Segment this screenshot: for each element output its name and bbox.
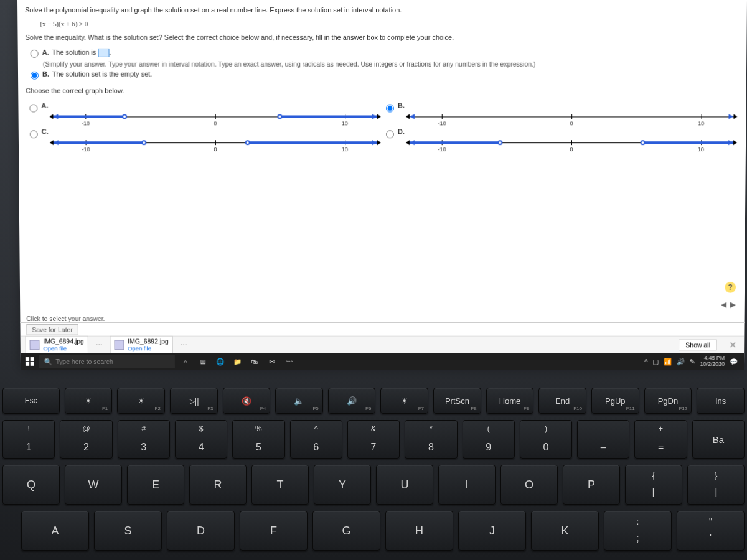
key-backspace: Ba [692,420,745,459]
file-thumb-icon [30,340,40,350]
choice-b-label: B. [42,70,49,78]
key-h: H [385,511,453,551]
choice-b-radio[interactable] [31,72,39,80]
download-filename: IMG_6894.jpg [43,338,84,345]
download-menu-icon[interactable]: ⋯ [93,341,105,348]
key-y: Y [314,465,371,505]
search-icon: 🔍 [44,358,52,366]
graph-a-radio[interactable] [29,105,37,113]
downloads-bar: IMG_6894.jpg Open file ⋯ IMG_6892.jpg Op… [21,336,745,353]
number-line-d: -10 0 10 [410,136,733,149]
key-f9: HomeF9 [486,388,534,414]
clock[interactable]: 4:45 PM 10/2/2020 [700,355,725,367]
graph-c-radio[interactable] [30,130,38,138]
physical-keyboard: Esc ☀F1☀F2▷||F3🔇F4🔈F5🔊F6☀F7PrtScnF8HomeF… [0,383,747,560]
key-f6: 🔊F6 [328,388,376,414]
graph-b-radio[interactable] [386,105,394,113]
number-line-c: -10 0 10 [54,136,377,149]
download-item-2[interactable]: IMG_6892.jpg Open file [110,336,172,354]
volume-icon[interactable]: 🔊 [677,358,685,366]
key-i: I [438,465,496,505]
key-2: @2 [60,420,112,459]
key-3: #3 [118,420,170,459]
battery-icon[interactable]: ▢ [652,358,659,365]
graph-a-label: A. [41,102,48,110]
key-a: A [21,511,89,551]
svg-rect-0 [26,357,29,361]
start-button[interactable] [21,357,39,366]
key-f5: 🔈F5 [275,388,323,414]
key-f3: ▷||F3 [170,388,218,414]
explorer-icon[interactable]: 📁 [229,353,245,370]
instruction-text: Solve the inequality. What is the soluti… [25,34,739,41]
choice-a-radio[interactable] [31,50,39,58]
wifi-icon[interactable]: 📶 [664,358,672,366]
key-esc: Esc [2,388,60,414]
svg-rect-3 [31,362,34,366]
download-item-1[interactable]: IMG_6894.jpg Open file [26,336,88,354]
tray-chevron-icon[interactable]: ^ [644,358,647,365]
task-view-icon[interactable]: ⊞ [195,353,211,370]
key-q: Q [2,465,60,505]
graph-b-label: B. [398,102,405,110]
key-u: U [376,465,433,505]
key-=: += [634,420,687,459]
help-icon[interactable]: ? [725,282,736,293]
key-6: ^6 [290,420,342,459]
key-bracket: {[ [625,465,682,505]
key-9: (9 [463,420,515,459]
key-p: P [563,465,620,505]
download-filename: IMG_6892.jpg [128,338,169,345]
key-e: E [127,465,184,505]
pen-icon[interactable]: ✎ [690,358,695,365]
key-o: O [500,465,558,505]
question-text: Solve the polynomial inequality and grap… [25,6,740,14]
save-for-later-button[interactable]: Save for Later [26,324,78,335]
key-1: !1 [2,420,55,459]
key-d: D [167,511,235,551]
key-4: $4 [175,420,227,459]
number-line-a: -10 0 10 [53,111,377,123]
choice-a-hint: (Simplify your answer. Type your answer … [43,60,739,68]
nav-arrows[interactable]: ◀▶ [721,301,736,309]
app-icon[interactable]: 〰 [281,353,297,370]
open-file-link[interactable]: Open file [128,345,168,352]
key-w: W [65,465,122,505]
graph-c-label: C. [42,128,49,135]
key-k: K [531,511,599,551]
key-5: %5 [232,420,284,459]
key-f4: 🔇F4 [223,388,271,414]
key-punct: :; [604,511,672,551]
download-menu-icon[interactable]: ⋯ [178,341,190,348]
key-0: )0 [520,420,572,459]
notifications-icon[interactable]: 💬 [730,358,738,366]
key-f1: ☀F1 [65,388,113,414]
answer-input-box[interactable] [98,49,109,57]
graph-d-label: D. [398,128,405,135]
key-f7: ☀F7 [380,388,428,414]
taskbar-search[interactable]: 🔍 Type here to search [39,355,175,368]
svg-rect-2 [26,362,29,366]
key-8: *8 [405,420,457,459]
file-thumb-icon [114,340,124,350]
choice-a-text: The solution is [52,49,96,56]
cortana-icon[interactable]: ○ [177,353,194,370]
choice-b-text: The solution set is the empty set. [52,70,153,78]
graph-prompt: Choose the correct graph below. [26,87,739,95]
choice-a-label: A. [42,49,49,56]
key-: Ins [697,388,745,414]
close-downloads-bar-icon[interactable]: ✕ [726,340,739,350]
key-7: &7 [347,420,400,459]
open-file-link[interactable]: Open file [43,345,84,352]
show-all-downloads-button[interactable]: Show all [679,339,716,350]
key-s: S [94,511,162,551]
svg-rect-1 [31,357,34,361]
mail-icon[interactable]: ✉ [264,353,280,370]
click-hint: Click to select your answer. [26,315,105,322]
edge-icon[interactable]: 🌐 [212,353,228,370]
number-line-b: -10 0 10 [410,111,734,123]
search-placeholder: Type here to search [55,358,113,365]
key-f8: PrtScnF8 [433,388,481,414]
graph-d-radio[interactable] [386,130,394,138]
store-icon[interactable]: 🛍 [247,353,263,370]
